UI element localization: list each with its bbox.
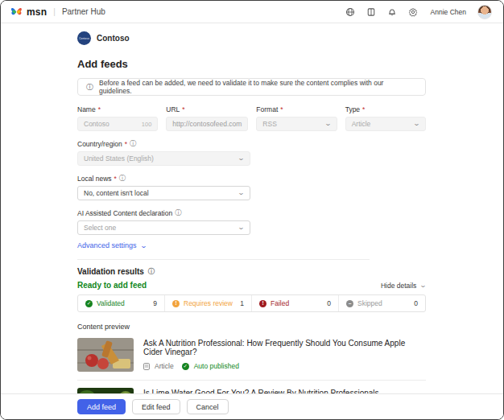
banner-text: Before a feed can be added, we need to v…	[99, 79, 417, 95]
guidelines-banner: ⓘ Before a feed can be added, we need to…	[77, 78, 426, 96]
product-name: Partner Hub	[62, 7, 105, 16]
required-asterisk: *	[114, 175, 117, 183]
ai-declaration-select[interactable]: Select one ⌄	[77, 220, 250, 235]
error-icon: !	[259, 300, 266, 307]
validation-status-row: Ready to add feed Hide details ⌄	[77, 281, 426, 290]
publisher-avatar: Contoso	[77, 31, 91, 45]
publisher-name: Contoso	[97, 34, 130, 43]
country-select[interactable]: United States (English) ⌄	[77, 151, 250, 166]
name-label: Name*	[77, 105, 158, 113]
required-asterisk: *	[98, 105, 101, 113]
settings-icon[interactable]	[408, 7, 418, 17]
content-preview-title: Content preview	[77, 323, 426, 331]
stat-failed: ! Failed 0	[251, 295, 338, 311]
partner-hub-window: msn | Partner Hub Annie Ch	[0, 0, 504, 420]
user-name[interactable]: Annie Chen	[431, 8, 466, 16]
brand-name: msn	[27, 6, 47, 18]
validation-stats-bar: ✓ Validated 9 ! Requires review 1 ! Fail…	[77, 294, 426, 312]
required-asterisk: *	[182, 105, 184, 113]
language-icon[interactable]	[345, 7, 355, 17]
top-actions: Annie Chen	[345, 5, 492, 19]
required-asterisk: *	[280, 105, 283, 113]
advanced-settings-link[interactable]: Advanced settings ⌄	[77, 241, 146, 249]
add-feed-form: Name* Contoso 100 URL* http://contosofee…	[77, 105, 426, 251]
brand-separator: |	[53, 7, 56, 16]
name-char-counter: 100	[142, 121, 152, 128]
chevron-down-icon: ⌄	[139, 242, 147, 249]
stat-value: 0	[414, 299, 418, 307]
chevron-down-icon: ⌄	[324, 121, 332, 127]
preview-item-meta: Article ✓ Auto published	[143, 362, 426, 370]
country-field-group: Country/region* ⓘ United States (English…	[77, 139, 426, 166]
local-news-label: Local news* ⓘ	[77, 174, 426, 183]
publisher-row: Contoso Contoso	[77, 31, 426, 45]
ai-declaration-field-group: AI Assisted Content declaration ⓘ Select…	[77, 208, 426, 235]
info-icon: ⓘ	[175, 208, 181, 217]
stat-validated: ✓ Validated 9	[78, 295, 164, 311]
validation-results-title: Validation results ⓘ	[77, 267, 426, 276]
info-icon: ⓘ	[130, 139, 136, 148]
required-asterisk: *	[125, 140, 127, 148]
stat-value: 1	[240, 299, 244, 307]
top-bar: msn | Partner Hub Annie Ch	[1, 1, 503, 23]
info-icon: ⓘ	[148, 267, 155, 276]
edit-feed-button[interactable]: Edit feed	[132, 399, 180, 414]
format-select[interactable]: RSS ⌄	[256, 117, 337, 131]
preview-item-title[interactable]: Ask A Nutrition Professional: How Freque…	[143, 339, 426, 356]
validated-check-icon: ✓	[85, 300, 93, 307]
hide-details-toggle[interactable]: Hide details ⌄	[381, 282, 426, 290]
preview-item-status: Auto published	[194, 362, 239, 370]
info-icon: ⓘ	[119, 174, 126, 183]
type-field-group: Type* Article ⌄	[345, 105, 426, 131]
resources-icon[interactable]	[366, 7, 376, 17]
section-divider	[77, 259, 370, 260]
chevron-down-icon: ⌄	[238, 155, 245, 162]
url-field-group: URL* http://contosofeed.com	[166, 105, 248, 131]
cancel-button[interactable]: Cancel	[187, 399, 229, 414]
required-asterisk: *	[362, 105, 365, 113]
stat-value: 9	[153, 299, 157, 307]
msn-butterfly-icon	[10, 6, 23, 17]
validation-status: Ready to add feed	[77, 281, 147, 290]
type-select[interactable]: Article ⌄	[345, 117, 426, 131]
local-news-field-group: Local news* ⓘ No, content isn't local ⌄	[77, 174, 426, 200]
country-label: Country/region* ⓘ	[77, 139, 426, 148]
local-news-select[interactable]: No, content isn't local ⌄	[77, 186, 250, 200]
page-title: Add feeds	[77, 58, 426, 70]
skipped-icon: –	[346, 300, 353, 307]
chevron-down-icon: ⌄	[419, 282, 427, 289]
name-field-group: Name* Contoso 100	[77, 105, 158, 131]
warning-icon: !	[172, 300, 180, 307]
format-label: Format*	[256, 105, 337, 113]
type-label: Type*	[345, 105, 426, 113]
url-label: URL*	[166, 105, 248, 113]
brand: msn | Partner Hub	[10, 6, 105, 18]
chevron-down-icon: ⌄	[238, 190, 245, 196]
apple-cider-vinegar-thumbnail	[77, 338, 134, 372]
format-field-group: Format* RSS ⌄	[256, 105, 337, 131]
preview-item: Ask A Nutrition Professional: How Freque…	[77, 338, 426, 372]
footer-action-bar: Add feed Edit feed Cancel	[1, 393, 503, 419]
info-icon: ⓘ	[86, 84, 93, 91]
add-feed-button[interactable]: Add feed	[77, 399, 126, 414]
article-icon	[143, 363, 150, 370]
user-avatar[interactable]	[477, 5, 492, 19]
item-divider	[77, 380, 426, 381]
published-check-icon: ✓	[182, 363, 189, 370]
stat-skipped: – Skipped 0	[338, 295, 425, 311]
main-area: Contoso Contoso Add feeds ⓘ Before a fee…	[1, 23, 503, 420]
name-input[interactable]: Contoso 100	[77, 117, 158, 131]
chevron-down-icon: ⌄	[413, 121, 420, 127]
ai-declaration-label: AI Assisted Content declaration ⓘ	[77, 208, 426, 217]
stat-requires-review: ! Requires review 1	[164, 295, 251, 311]
stat-value: 0	[327, 299, 331, 307]
notifications-icon[interactable]	[387, 7, 397, 17]
chevron-down-icon: ⌄	[238, 224, 245, 231]
url-input[interactable]: http://contosofeed.com	[166, 117, 248, 131]
preview-item-type: Article	[155, 362, 174, 370]
